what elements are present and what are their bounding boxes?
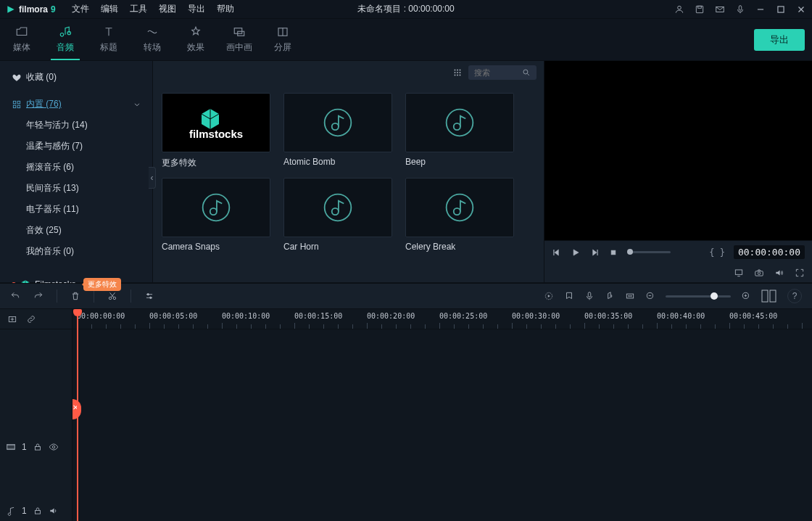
tab-pip[interactable]: 画中画 xyxy=(218,19,261,60)
sidebar-item-0[interactable]: 年轻与活力 (14) xyxy=(0,115,152,136)
link-icon[interactable] xyxy=(26,314,36,324)
menu-file[interactable]: 文件 xyxy=(67,1,94,17)
track-head-video-1[interactable]: 1 xyxy=(0,437,72,457)
svg-rect-42 xyxy=(611,250,616,255)
eye-icon[interactable] xyxy=(49,442,59,452)
tab-transition[interactable]: 转场 xyxy=(130,19,174,60)
chevron-down-icon xyxy=(132,99,142,110)
svg-point-24 xyxy=(455,75,456,76)
thumb-atomic-bomb[interactable]: Atomic Bomb xyxy=(283,93,392,169)
lock-icon[interactable] xyxy=(33,442,43,452)
menu-edit[interactable]: 编辑 xyxy=(96,1,123,17)
mic-icon[interactable] xyxy=(735,4,745,15)
help-button[interactable]: ? xyxy=(787,289,802,303)
timeline-tracks-area[interactable] xyxy=(72,329,812,521)
svg-point-35 xyxy=(210,208,217,215)
track-manager-icon[interactable] xyxy=(761,290,777,303)
marker-icon[interactable] xyxy=(564,291,574,301)
tab-media[interactable]: 媒体 xyxy=(0,19,44,60)
thumb-car-horn[interactable]: Car Horn xyxy=(283,178,392,252)
preview-panel: { } 00:00:00:00 xyxy=(544,61,812,282)
mark-braces-label[interactable]: { } xyxy=(709,247,725,258)
trash-icon[interactable] xyxy=(70,291,80,301)
track-head-audio-1[interactable]: 1 xyxy=(0,501,72,521)
preview-viewport[interactable] xyxy=(544,61,812,240)
lock-icon[interactable] xyxy=(33,506,43,516)
screen-icon[interactable] xyxy=(734,268,744,278)
track-number-label: 1 xyxy=(22,442,27,452)
save-icon[interactable] xyxy=(695,4,705,15)
render-icon[interactable] xyxy=(544,291,554,301)
speaker-icon[interactable] xyxy=(49,506,59,516)
timeline-ruler[interactable]: 00:00:00:00 00:00:05:00 00:00:10:00 00:0… xyxy=(72,309,812,329)
svg-point-22 xyxy=(457,72,458,73)
sidebar-item-4[interactable]: 电子器乐 (11) xyxy=(0,199,152,220)
close-button[interactable] xyxy=(796,4,806,15)
svg-rect-17 xyxy=(17,105,20,108)
thumb-label: Car Horn xyxy=(283,242,392,252)
timeline-body[interactable]: 00:00:00:00 00:00:05:00 00:00:10:00 00:0… xyxy=(72,309,812,521)
add-track-icon[interactable] xyxy=(7,314,17,324)
thumb-beep[interactable]: Beep xyxy=(405,93,514,169)
thumb-camera-snaps[interactable]: Camera Snaps xyxy=(162,178,270,252)
svg-rect-61 xyxy=(770,290,776,302)
svg-rect-68 xyxy=(35,510,40,514)
preview-progress-slider[interactable] xyxy=(627,251,671,253)
category-sidebar: 收藏 (0) 内置 (76) 年轻与活力 (14) 温柔与感伤 (7) 摇滚音乐… xyxy=(0,61,152,282)
sidebar-item-5[interactable]: 音效 (25) xyxy=(0,220,152,241)
step-fwd-icon[interactable] xyxy=(589,247,600,258)
volume-icon[interactable] xyxy=(774,268,784,278)
menu-help[interactable]: 帮助 xyxy=(212,1,239,17)
play-icon[interactable] xyxy=(571,247,581,258)
redo-icon[interactable] xyxy=(33,291,44,301)
cut-icon[interactable] xyxy=(107,291,117,301)
thumb-label: Beep xyxy=(405,157,514,167)
sliders-icon[interactable] xyxy=(144,291,154,301)
zoom-in-icon[interactable] xyxy=(741,291,751,301)
undo-icon[interactable] xyxy=(10,291,20,301)
view-grid-icon[interactable] xyxy=(452,67,463,78)
title-bar: filmora9 文件 编辑 工具 视图 导出 帮助 未命名项目 : 00:00… xyxy=(0,0,812,19)
menu-tools[interactable]: 工具 xyxy=(125,1,152,17)
fullscreen-icon[interactable] xyxy=(795,268,805,278)
svg-point-0 xyxy=(678,6,682,9)
mixer-icon[interactable] xyxy=(605,291,615,301)
sidebar-item-2[interactable]: 摇滚音乐 (6) xyxy=(0,157,152,178)
heart-icon xyxy=(12,73,22,83)
step-back-icon[interactable] xyxy=(552,247,562,258)
sidebar-item-3[interactable]: 民间音乐 (13) xyxy=(0,178,152,199)
minimize-button[interactable] xyxy=(755,4,766,15)
export-button[interactable]: 导出 xyxy=(754,29,805,51)
favorites-row[interactable]: 收藏 (0) xyxy=(0,67,152,88)
sidebar-item-1[interactable]: 温柔与感伤 (7) xyxy=(0,136,152,157)
project-title: 未命名项目 : 00:00:00:00 xyxy=(357,3,454,15)
menu-export[interactable]: 导出 xyxy=(183,1,210,17)
svg-rect-53 xyxy=(588,292,591,297)
maximize-button[interactable] xyxy=(776,4,786,15)
search-box[interactable] xyxy=(468,65,536,80)
zoom-out-icon[interactable] xyxy=(645,291,655,301)
svg-point-26 xyxy=(460,75,461,76)
tab-title[interactable]: 标题 xyxy=(87,19,130,60)
stop-icon[interactable] xyxy=(608,247,618,258)
tab-splitscreen[interactable]: 分屏 xyxy=(261,19,304,60)
sidebar-collapse-button[interactable]: ‹ xyxy=(149,167,156,189)
thumb-celery-break[interactable]: Celery Break xyxy=(405,178,514,252)
fit-icon[interactable] xyxy=(625,291,635,301)
thumb-filmstocks[interactable]: filmstocks 更多特效 xyxy=(162,93,270,169)
search-input[interactable] xyxy=(474,68,522,77)
record-mic-icon[interactable] xyxy=(584,291,594,301)
camera-icon[interactable] xyxy=(754,268,764,278)
sidebar-item-6[interactable]: 我的音乐 (0) xyxy=(0,241,152,262)
zoom-slider[interactable] xyxy=(666,295,731,298)
tab-effect[interactable]: 效果 xyxy=(174,19,218,60)
tab-audio[interactable]: 音频 xyxy=(44,19,87,60)
ruler-mark: 00:00:45:00 xyxy=(729,312,777,320)
account-icon[interactable] xyxy=(674,4,684,15)
mail-icon[interactable] xyxy=(715,4,725,15)
ruler-mark: 00:00:00:00 xyxy=(77,312,125,320)
ribbon: 媒体 音频 标题 转场 效果 画中画 分屏 导出 xyxy=(0,19,812,61)
category-builtin[interactable]: 内置 (76) xyxy=(0,94,152,115)
svg-point-39 xyxy=(454,208,460,215)
menu-view[interactable]: 视图 xyxy=(154,1,181,17)
